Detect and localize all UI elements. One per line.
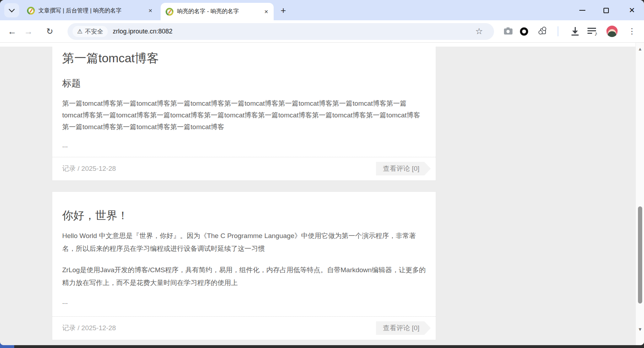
post-paragraph: Hello World 中文意思是『世界，你好』。因为《The C Progra…	[62, 230, 426, 255]
adblock-extension-icon[interactable]	[517, 20, 530, 42]
browser-window: 文章撰写 | 后台管理 | 响亮的名字 ✕ 响亮的名字 - 响亮的名字 ✕ + …	[0, 0, 644, 345]
security-label: 不安全	[85, 27, 103, 36]
post-card-tomcat: 第一篇tomcat博客 标题 第一篇tomcat博客第一篇tomcat博客第一篇…	[52, 47, 436, 181]
tab-title: 文章撰写 | 后台管理 | 响亮的名字	[38, 7, 146, 15]
browser-menu-button[interactable]: ⋮	[626, 20, 638, 42]
bookmark-star-icon[interactable]: ☆	[473, 20, 485, 42]
page-viewport: 第一篇tomcat博客 标题 第一篇tomcat博客第一篇tomcat博客第一篇…	[0, 43, 644, 345]
maximize-icon	[603, 8, 609, 13]
forward-button[interactable]: →	[21, 20, 36, 42]
warning-icon: ⚠	[77, 28, 82, 35]
new-tab-button[interactable]: +	[278, 5, 289, 16]
meta-separator: /	[77, 165, 79, 172]
post-category-link[interactable]: 记录	[62, 324, 76, 332]
post-subtitle: 标题	[62, 77, 426, 90]
tab-close-icon[interactable]: ✕	[146, 7, 154, 15]
site-header-remnant	[0, 43, 635, 47]
post-ellipsis: ...	[62, 141, 426, 149]
scroll-down-icon[interactable]: ▼	[636, 327, 644, 332]
meta-separator: /	[77, 324, 79, 332]
circle-icon	[520, 27, 528, 36]
playlist-icon: ♪	[587, 27, 597, 35]
address-bar[interactable]: ⚠ 不安全 zrlog.iproute.cn:8082	[68, 23, 494, 40]
tab-search-button[interactable]	[4, 3, 19, 17]
back-button[interactable]: ←	[5, 20, 19, 42]
view-comments-link[interactable]: 查看评论 [0]	[376, 321, 431, 335]
tab-strip: 文章撰写 | 后台管理 | 响亮的名字 ✕ 响亮的名字 - 响亮的名字 ✕ + …	[0, 0, 644, 20]
zrlog-favicon	[166, 8, 173, 16]
scrollbar-thumb[interactable]	[638, 206, 642, 304]
tab-title: 响亮的名字 - 响亮的名字	[177, 8, 262, 15]
post-category-link[interactable]: 记录	[62, 165, 76, 172]
scroll-up-icon[interactable]: ▲	[636, 46, 644, 52]
zrlog-favicon	[27, 7, 35, 15]
extensions-button[interactable]	[537, 20, 549, 42]
toolbar-divider	[558, 26, 558, 36]
post-card-hello-world: 你好，世界！ Hello World 中文意思是『世界，你好』。因为《The C…	[52, 191, 436, 340]
post-meta: 记录 / 2025-12-28	[62, 164, 116, 173]
post-date: 2025-12-28	[81, 165, 116, 172]
tab-close-icon[interactable]: ✕	[262, 8, 270, 16]
post-meta: 记录 / 2025-12-28	[62, 323, 116, 333]
reload-button[interactable]: ↻	[43, 20, 57, 42]
chevron-down-icon	[9, 6, 15, 12]
url-text: zrlog.iproute.cn:8082	[113, 28, 172, 35]
window-close-button[interactable]: ✕	[624, 5, 640, 16]
camera-icon	[504, 28, 512, 35]
post-date: 2025-12-28	[81, 324, 116, 332]
downloads-button[interactable]	[569, 20, 581, 42]
view-comments-link[interactable]: 查看评论 [0]	[376, 162, 431, 175]
vertical-scrollbar[interactable]: ▲ ▼	[635, 43, 644, 345]
download-icon	[571, 27, 579, 36]
profile-avatar[interactable]	[606, 26, 618, 37]
post-footer: 记录 / 2025-12-28 查看评论 [0]	[52, 157, 436, 175]
window-maximize-button[interactable]	[598, 5, 614, 16]
post-ellipsis: ...	[62, 298, 426, 306]
post-excerpt: 第一篇tomcat博客第一篇tomcat博客第一篇tomcat博客第一篇tomc…	[62, 97, 426, 133]
media-queue-button[interactable]: ♪	[586, 20, 599, 42]
window-minimize-button[interactable]	[574, 5, 590, 16]
post-title-link[interactable]: 第一篇tomcat博客	[62, 50, 426, 67]
tab-admin-article-edit[interactable]: 文章撰写 | 后台管理 | 响亮的名字 ✕	[22, 3, 158, 19]
minimize-icon	[579, 10, 585, 11]
post-footer: 记录 / 2025-12-28 查看评论 [0]	[52, 316, 436, 335]
post-title-link[interactable]: 你好，世界！	[62, 208, 426, 223]
tab-blog-home[interactable]: 响亮的名字 - 响亮的名字 ✕	[161, 3, 274, 20]
browser-toolbar: ← → ↻ ⚠ 不安全 zrlog.iproute.cn:8082 ☆	[0, 20, 644, 43]
screenshot-extension-icon[interactable]	[502, 20, 515, 42]
security-chip[interactable]: ⚠ 不安全	[73, 26, 108, 37]
puzzle-icon	[540, 28, 546, 34]
post-paragraph: ZrLog是使用Java开发的博客/CMS程序，具有简约，易用，组件化，内存占用…	[62, 264, 426, 289]
